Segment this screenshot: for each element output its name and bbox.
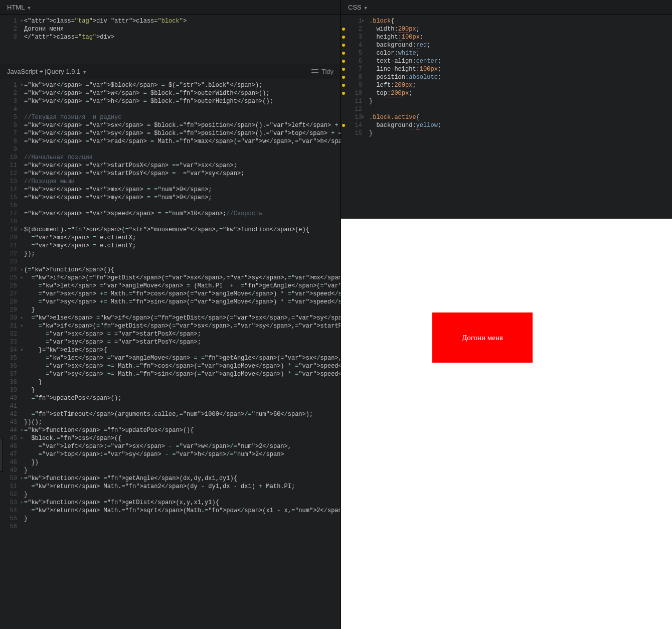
html-gutter: 123 — [0, 15, 21, 64]
tidy-label: Tidy — [321, 68, 333, 75]
chevron-down-icon: ▼ — [82, 70, 87, 75]
js-panel-title: JavaScript + jQuery 1.9.1 — [7, 68, 80, 75]
chevron-down-icon: ▼ — [27, 6, 31, 11]
js-editor[interactable]: 1234567891011121314151617181920212223242… — [0, 79, 341, 629]
html-code[interactable]: <"attr">class="tag">div "attr">class="bl… — [21, 15, 190, 64]
html-panel-title: HTML — [7, 4, 25, 11]
html-editor[interactable]: 123 <"attr">class="tag">div "attr">class… — [0, 15, 341, 64]
js-gutter: 1234567891011121314151617181920212223242… — [0, 79, 21, 629]
js-panel-header[interactable]: JavaScript + jQuery 1.9.1▼ Tidy — [0, 64, 341, 79]
css-editor[interactable]: 123456789101112131415 .block{ width:200p… — [341, 15, 672, 219]
left-collapse-handle[interactable] — [0, 438, 3, 472]
tidy-icon — [311, 69, 318, 74]
css-code[interactable]: .block{ width:200px; height:100px; backg… — [366, 15, 444, 219]
css-gutter: 123456789101112131415 — [341, 15, 366, 219]
preview-block[interactable]: Догони меня — [432, 312, 533, 363]
chevron-down-icon: ▼ — [364, 6, 368, 11]
js-code[interactable]: ="kw">var</span> ="var">$block</span> = … — [21, 79, 341, 629]
html-panel-header[interactable]: HTML▼ — [0, 0, 341, 15]
css-panel-header[interactable]: CSS▼ — [341, 0, 672, 15]
css-panel-title: CSS — [348, 4, 362, 11]
tidy-button[interactable]: Tidy — [311, 68, 333, 75]
preview-pane[interactable]: Догони меня — [341, 219, 672, 629]
